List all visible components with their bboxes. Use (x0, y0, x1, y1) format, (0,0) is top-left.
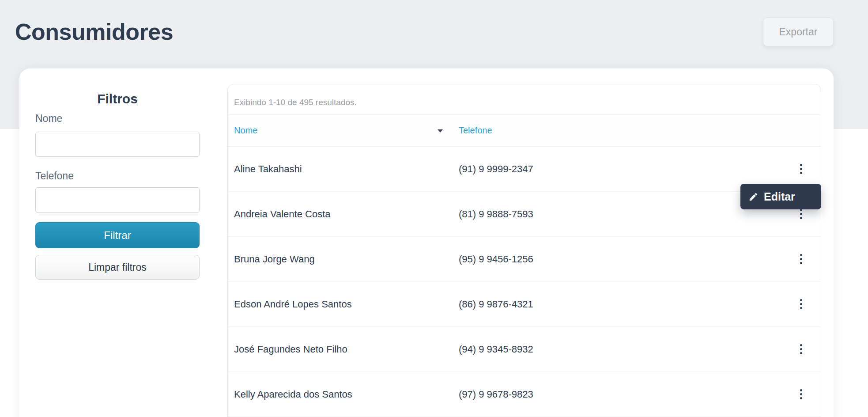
cell-name: José Fagundes Neto Filho (234, 327, 347, 372)
cell-phone: (95) 9 9456-1256 (459, 237, 533, 281)
name-filter-input[interactable] (35, 132, 200, 157)
column-header-name[interactable]: Nome (234, 115, 257, 146)
sort-caret-down-icon (438, 129, 443, 133)
export-button[interactable]: Exportar (763, 17, 834, 46)
phone-filter-input[interactable] (35, 187, 200, 213)
cell-name: Andreia Valente Costa (234, 192, 331, 236)
row-context-menu: Editar (740, 184, 821, 209)
table-row: Kelly Aparecida dos Santos (97) 9 9678-9… (228, 372, 821, 417)
table-header-row: Nome Telefone (228, 114, 821, 147)
table-row: Bruna Jorge Wang (95) 9 9456-1256 (228, 237, 821, 282)
phone-filter-label: Telefone (35, 170, 74, 182)
edit-menu-label: Editar (764, 190, 795, 203)
cell-name: Edson André Lopes Santos (234, 282, 352, 326)
table-row: Aline Takahashi (91) 9 9999-2347 (228, 147, 821, 192)
column-header-phone[interactable]: Telefone (459, 115, 492, 146)
cell-name: Aline Takahashi (234, 147, 302, 191)
cell-phone: (91) 9 9999-2347 (459, 147, 533, 191)
kebab-menu-icon[interactable] (793, 386, 809, 403)
table-row: Edson André Lopes Santos (86) 9 9876-432… (228, 282, 821, 327)
cell-phone: (81) 9 9888-7593 (459, 192, 533, 236)
name-filter-label: Nome (35, 113, 62, 125)
page-title: Consumidores (15, 19, 173, 45)
table-row: Andreia Valente Costa (81) 9 9888-7593 (228, 192, 821, 237)
kebab-menu-icon[interactable] (793, 296, 809, 313)
kebab-menu-icon[interactable] (793, 160, 809, 178)
consumers-page: Consumidores Exportar Filtros Nome Telef… (0, 0, 868, 417)
clear-filters-button[interactable]: Limpar filtros (35, 255, 200, 280)
results-panel: Exibindo 1-10 de 495 resultados. Nome Te… (227, 84, 821, 417)
cell-phone: (97) 9 9678-9823 (459, 372, 533, 417)
cell-name: Bruna Jorge Wang (234, 237, 315, 281)
content-card: Filtros Nome Telefone Filtrar Limpar fil… (19, 68, 834, 417)
table-row: José Fagundes Neto Filho (94) 9 9345-893… (228, 327, 821, 372)
table-body: Aline Takahashi (91) 9 9999-2347 Andreia… (228, 147, 821, 417)
filter-button[interactable]: Filtrar (35, 222, 200, 248)
results-summary: Exibindo 1-10 de 495 resultados. (234, 98, 357, 107)
edit-menu-item[interactable]: Editar (740, 184, 821, 209)
filters-title: Filtros (35, 91, 200, 106)
kebab-menu-icon[interactable] (793, 250, 809, 268)
cell-phone: (94) 9 9345-8932 (459, 327, 533, 372)
kebab-menu-icon[interactable] (793, 341, 809, 358)
pencil-icon (748, 192, 759, 202)
cell-phone: (86) 9 9876-4321 (459, 282, 533, 326)
cell-name: Kelly Aparecida dos Santos (234, 372, 352, 417)
